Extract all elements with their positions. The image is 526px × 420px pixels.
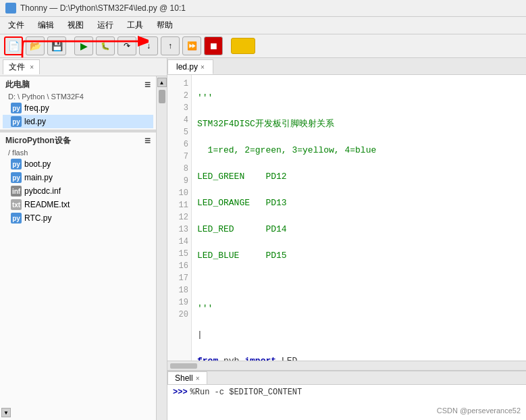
shell-command: %Run -c $EDITOR_CONTENT (190, 388, 303, 397)
file-rtc-py[interactable]: py RTC.py (3, 211, 153, 225)
code-hscroll[interactable] (167, 361, 526, 370)
flag-button[interactable] (231, 38, 255, 54)
micropython-label: MicroPython设备 (5, 135, 71, 147)
code-line-9: ''' (197, 302, 521, 315)
file-tab-label[interactable]: 文件 × (3, 59, 40, 74)
py-icon-2: py (11, 116, 22, 127)
file-led-py[interactable]: py led.py (3, 115, 153, 128)
py-icon: py (11, 103, 22, 113)
title-text: Thonny — D:\Python\STM32F4\led.py @ 10:1 (20, 3, 186, 13)
left-panel: 文件 × 此电脑 ☰ D: \ Python \ STM32F4 py freq… (0, 58, 167, 420)
py-icon-4: py (11, 172, 22, 183)
freq-py-label: freq.py (24, 103, 49, 113)
menu-bar: 文件 编辑 视图 运行 工具 帮助 (0, 17, 526, 34)
step-out-icon: ↑ (168, 41, 172, 51)
run-button[interactable]: ▶ (74, 36, 93, 55)
open-icon: 📂 (30, 41, 41, 51)
code-line-2: STM32F4DISC开发板引脚映射关系 (197, 117, 521, 131)
new-icon: 📄 (8, 41, 20, 51)
step-over-button[interactable]: ↷ (117, 36, 136, 55)
scroll-up-arrow[interactable]: ▲ (157, 78, 167, 87)
txt-icon: txt (11, 199, 22, 210)
this-computer-label: 此电脑 (5, 79, 30, 90)
stop-button[interactable]: ⏹ (204, 36, 223, 55)
section-menu-icon[interactable]: ☰ (144, 81, 151, 88)
resume-button[interactable]: ⏩ (182, 36, 201, 55)
file-main-py[interactable]: py main.py (3, 171, 153, 184)
debug-button[interactable]: 🐛 (96, 36, 115, 55)
open-button[interactable]: 📂 (26, 36, 45, 55)
code-line-10: | (197, 328, 521, 342)
shell-prompt: >>> (173, 388, 188, 397)
step-into-button[interactable]: ↓ (139, 36, 158, 55)
boot-py-label: boot.py (24, 159, 51, 169)
shell-content[interactable]: >>> %Run -c $EDITOR_CONTENT (167, 385, 526, 420)
line-numbers: 12345 678910 1112131415 1617181920 (167, 75, 192, 361)
shell-tabs: Shell × (167, 371, 526, 385)
file-boot-py[interactable]: py boot.py (3, 157, 153, 171)
rtc-py-label: RTC.py (24, 213, 51, 223)
file-tab: 文件 × (0, 58, 167, 76)
led-py-label: led.py (24, 117, 46, 126)
this-computer-path: D: \ Python \ STM32F4 (3, 92, 153, 101)
scroll-thumb[interactable] (159, 90, 165, 103)
step-over-icon: ↷ (124, 41, 130, 51)
menu-tools[interactable]: 工具 (124, 18, 146, 32)
code-line-7: LED_BLUE PD15 (197, 249, 521, 263)
left-inner: 此电脑 ☰ D: \ Python \ STM32F4 py freq.py p… (0, 76, 167, 420)
code-line-8 (197, 275, 521, 289)
tab-led-py-label: led.py (176, 62, 198, 72)
scroll-down-arrow[interactable]: ▼ (1, 408, 11, 417)
menu-run[interactable]: 运行 (95, 18, 116, 32)
code-area[interactable]: 12345 678910 1112131415 1617181920 ''' S… (167, 75, 526, 361)
shell-tab-label: Shell (175, 373, 193, 383)
section-menu-icon-2[interactable]: ☰ (144, 137, 151, 145)
file-tab-close[interactable]: × (30, 63, 34, 71)
this-computer-header: 此电脑 ☰ (3, 78, 153, 92)
run-icon: ▶ (80, 41, 88, 51)
pybcdc-label: pybcdc.inf (24, 186, 61, 196)
py-icon-3: py (11, 159, 22, 169)
code-line-4: LED_GREEN PD12 (197, 170, 521, 184)
file-readme-txt[interactable]: txt README.txt (3, 198, 153, 211)
main-py-label: main.py (24, 173, 53, 182)
menu-help[interactable]: 帮助 (154, 18, 176, 32)
file-freq-py[interactable]: py freq.py (3, 101, 153, 115)
main-layout: 文件 × 此电脑 ☰ D: \ Python \ STM32F4 py freq… (0, 58, 526, 420)
menu-file[interactable]: 文件 (5, 18, 27, 32)
right-panel: led.py × 12345 678910 1112131415 1617181… (167, 58, 526, 420)
file-pybcdc-inf[interactable]: inf pybcdc.inf (3, 184, 153, 198)
micropython-header: MicroPython设备 ☰ (3, 134, 153, 148)
left-vscroll[interactable]: ▲ ▼ (156, 76, 167, 420)
shell-tab-close[interactable]: × (196, 375, 200, 382)
new-button[interactable]: 📄 (4, 36, 23, 55)
app-icon (5, 3, 16, 14)
debug-icon: 🐛 (101, 42, 110, 51)
micropython-section: MicroPython设备 ☰ / flash py boot.py py ma… (0, 132, 156, 226)
toolbar: 📄 📂 💾 ▶ 🐛 ↷ ↓ ↑ ⏩ ⏹ (0, 34, 526, 58)
code-line-6: LED_RED PD14 (197, 223, 521, 236)
menu-edit[interactable]: 编辑 (35, 18, 57, 32)
stop-icon: ⏹ (209, 41, 218, 51)
inf-icon: inf (11, 186, 22, 196)
resume-icon: ⏩ (187, 41, 197, 51)
tab-led-py-close[interactable]: × (201, 63, 205, 71)
code-line-5: LED_ORANGE PD13 (197, 196, 521, 210)
code-content[interactable]: ''' STM32F4DISC开发板引脚映射关系 1=red, 2=green,… (192, 75, 526, 361)
shell-panel: Shell × >>> %Run -c $EDITOR_CONTENT (167, 370, 526, 420)
py-icon-5: py (11, 213, 22, 224)
save-icon: 💾 (51, 41, 63, 51)
micropython-path: / flash (3, 148, 153, 157)
step-out-button[interactable]: ↑ (161, 36, 180, 55)
step-into-icon: ↓ (147, 41, 151, 51)
readme-label: README.txt (24, 200, 70, 209)
code-line-11: from pyb import LED (197, 355, 521, 361)
save-button[interactable]: 💾 (47, 36, 66, 55)
menu-view[interactable]: 视图 (65, 18, 86, 32)
tab-led-py[interactable]: led.py × (167, 59, 213, 74)
left-content: 此电脑 ☰ D: \ Python \ STM32F4 py freq.py p… (0, 76, 156, 420)
shell-tab[interactable]: Shell × (167, 371, 207, 384)
title-bar: Thonny — D:\Python\STM32F4\led.py @ 10:1 (0, 0, 526, 17)
hscroll-thumb[interactable] (170, 363, 197, 369)
code-line-3: 1=red, 2=green, 3=yellow, 4=blue (197, 144, 521, 157)
